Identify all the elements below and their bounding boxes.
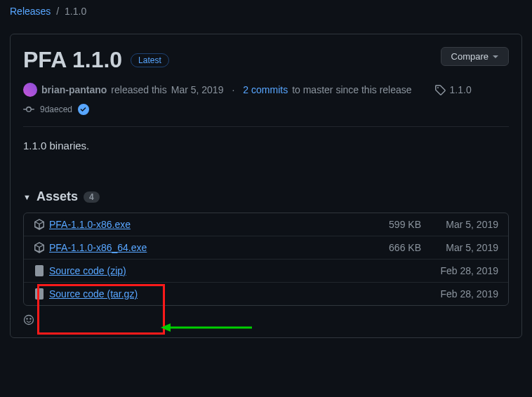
zip-icon (34, 265, 45, 276)
compare-button[interactable]: Compare (441, 47, 509, 66)
asset-name[interactable]: Source code (zip) (49, 265, 362, 276)
latest-badge: Latest (131, 53, 169, 67)
asset-row[interactable]: PFA-1.1.0-x86.exe 599 KB Mar 5, 2019 (24, 213, 508, 236)
asset-row[interactable]: Source code (zip) Feb 28, 2019 (24, 259, 508, 282)
released-text: released this (111, 84, 166, 95)
asset-size: 666 KB (362, 242, 421, 253)
avatar[interactable] (23, 83, 37, 97)
svg-point-1 (27, 318, 27, 319)
verified-icon[interactable] (78, 104, 89, 115)
release-date: Mar 5, 2019 (171, 84, 224, 95)
breadcrumb-separator: / (56, 6, 59, 17)
assets-list: PFA-1.1.0-x86.exe 599 KB Mar 5, 2019 PFA… (23, 213, 509, 306)
assets-count-badge: 4 (84, 191, 100, 203)
breadcrumb: Releases / 1.1.0 (0, 0, 532, 24)
asset-row[interactable]: Source code (tar.gz) Feb 28, 2019 (24, 282, 508, 305)
divider (23, 126, 509, 127)
annotation-arrow (161, 323, 252, 332)
release-meta: brian-pantano released this Mar 5, 2019 … (23, 83, 509, 97)
svg-point-0 (25, 316, 34, 325)
breadcrumb-current: 1.1.0 (65, 6, 86, 17)
asset-date: Mar 5, 2019 (421, 242, 498, 253)
asset-row[interactable]: PFA-1.1.0-x86_64.exe 666 KB Mar 5, 2019 (24, 236, 508, 259)
package-icon (34, 242, 45, 253)
package-icon (34, 219, 45, 230)
meta-separator: · (232, 84, 234, 95)
asset-size: 599 KB (362, 219, 421, 230)
release-title: PFA 1.1.0 (23, 47, 122, 73)
svg-point-2 (30, 318, 31, 319)
tag-name[interactable]: 1.1.0 (450, 84, 472, 95)
release-panel: PFA 1.1.0 Latest Compare brian-pantano r… (10, 34, 522, 338)
assets-title: Assets (36, 189, 78, 204)
commit-sha[interactable]: 9daeced (40, 105, 72, 114)
asset-name[interactable]: PFA-1.1.0-x86_64.exe (49, 242, 362, 253)
commits-link[interactable]: 2 commits (243, 84, 288, 95)
chevron-down-icon (493, 55, 498, 58)
svg-marker-4 (161, 323, 171, 332)
compare-label: Compare (451, 51, 488, 62)
asset-date: Mar 5, 2019 (421, 219, 498, 230)
commit-meta: 9daeced (23, 104, 509, 115)
asset-date: Feb 28, 2019 (421, 288, 498, 300)
asset-name[interactable]: Source code (tar.gz) (49, 288, 362, 300)
asset-name[interactable]: PFA-1.1.0-x86.exe (49, 219, 362, 230)
zip-icon (34, 288, 45, 300)
asset-date: Feb 28, 2019 (421, 265, 498, 276)
emoji-react-button[interactable] (23, 314, 34, 325)
chevron-down-icon: ▼ (23, 193, 31, 201)
commits-suffix: to master since this release (292, 84, 411, 95)
assets-header[interactable]: ▼ Assets 4 (23, 189, 509, 204)
breadcrumb-releases-link[interactable]: Releases (10, 6, 51, 17)
commit-icon (23, 104, 34, 115)
tag-icon (434, 84, 446, 95)
release-body: 1.1.0 binaries. (23, 140, 509, 152)
author-link[interactable]: brian-pantano (41, 84, 107, 95)
